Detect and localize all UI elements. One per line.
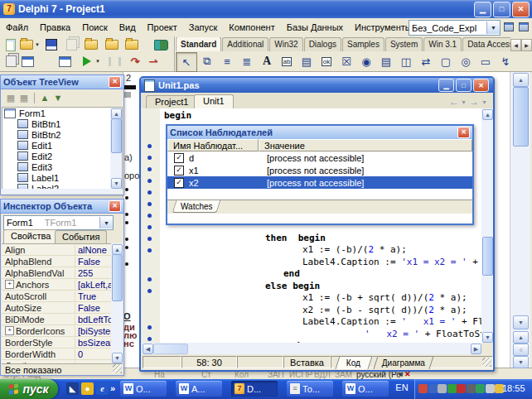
property-value[interactable]: alNone xyxy=(75,245,107,255)
property-value[interactable]: bdLeftToRight xyxy=(75,315,111,324)
editor-scroll-up-button[interactable]: ▲ xyxy=(482,109,493,120)
palette-scroll-right-button[interactable]: ▶ xyxy=(521,39,532,51)
browse-forward-icon[interactable]: → xyxy=(469,96,479,108)
word-browse-select-button[interactable]: ○ xyxy=(513,344,529,356)
remove-file-from-project-button[interactable] xyxy=(123,37,140,52)
tray-icon-4[interactable] xyxy=(447,384,457,393)
button-component[interactable]: ok xyxy=(317,52,336,70)
quick-launch-ie-icon[interactable]: e xyxy=(96,382,109,395)
help-contents-button[interactable] xyxy=(152,37,169,52)
bottom-tab-code[interactable]: Код xyxy=(335,356,372,369)
combobox-component[interactable]: ◫ xyxy=(396,52,416,70)
main-title-bar[interactable]: 7 Delphi 7 - Project1 ▁ □ ✕ xyxy=(0,0,532,18)
editor-scroll-left-button[interactable]: ◀ xyxy=(143,344,153,354)
new-file-button[interactable] xyxy=(2,37,19,52)
editor-horizontal-scrollbar[interactable]: ◀ ▶ xyxy=(142,343,481,354)
property-row[interactable]: BiDiModebdLeftToRight xyxy=(2,314,111,325)
watch-checkbox[interactable]: ✓ xyxy=(174,153,184,163)
dropdown-arrow-icon[interactable]: ▼ xyxy=(35,42,40,47)
cursor-tool[interactable]: ↖ xyxy=(176,52,197,72)
watch-column-name[interactable]: Имя Наблюдат... xyxy=(167,139,259,151)
palette-tab-win-3-1[interactable]: Win 3.1 xyxy=(423,37,462,51)
tree-item-edit3[interactable]: Edit3 xyxy=(2,161,111,172)
editor-scroll-down-button[interactable]: ▼ xyxy=(482,332,493,343)
run-button[interactable] xyxy=(79,54,95,69)
inspector-scroll-thumb[interactable] xyxy=(112,254,123,301)
property-row[interactable]: AutoSizeFalse xyxy=(2,302,111,314)
word-browse-next-button[interactable]: ▼ xyxy=(513,356,529,368)
save-all-button[interactable] xyxy=(63,37,80,52)
tray-icon-3[interactable] xyxy=(438,384,447,393)
word-scroll-down-button[interactable]: ▼ xyxy=(513,315,529,329)
taskbar-button-О[interactable]: WО... xyxy=(120,381,167,397)
tree-root-form1[interactable]: Form1 xyxy=(2,108,111,118)
toggle-form-unit-button[interactable] xyxy=(37,54,54,69)
combo-dropdown-icon[interactable]: ▼ xyxy=(486,22,500,34)
step-over-button[interactable]: ⇀ xyxy=(145,54,162,69)
property-row[interactable]: BorderStylebsSizeable xyxy=(2,337,111,349)
taskbar-clock[interactable]: 18:55 xyxy=(502,383,525,393)
word-scroll-up-button[interactable]: ▲ xyxy=(513,73,529,87)
quick-launch-remote-icon[interactable]: ◣ xyxy=(66,382,79,395)
property-value[interactable]: 255 xyxy=(75,268,93,278)
taskbar-button-То[interactable]: ≡То... xyxy=(287,381,333,397)
quick-launch-update-icon[interactable]: ● xyxy=(81,382,94,395)
tray-icon-8[interactable] xyxy=(486,384,495,393)
maximize-button[interactable]: □ xyxy=(493,2,510,17)
object-tree[interactable]: Form1BitBtn1BitBtn2Edit1Edit2Edit3Label1… xyxy=(2,107,111,190)
menu-item[interactable]: Компонент xyxy=(223,20,280,36)
menu-item[interactable]: Правка xyxy=(34,20,76,36)
mainmenu-component[interactable]: ≡ xyxy=(217,52,237,70)
dropdown-arrow-icon[interactable]: ▼ xyxy=(95,59,100,64)
treeview-title-bar[interactable]: Объект TreeView ✕ xyxy=(1,75,123,89)
tree-item-edit2[interactable]: Edit2 xyxy=(2,151,111,161)
editor-scroll-right-button[interactable]: ▶ xyxy=(471,344,481,354)
memo-component[interactable]: ▤ xyxy=(297,52,317,70)
treeview-new-item-button[interactable]: ▦ xyxy=(4,92,17,104)
watch-row-x2[interactable]: ✓x2[process not accessible] xyxy=(167,176,472,189)
property-value[interactable]: [akLeft,akTop] xyxy=(75,280,111,290)
treeview-hscrollbar[interactable] xyxy=(2,189,122,194)
minimize-button[interactable]: ▁ xyxy=(474,2,491,17)
palette-tab-win32[interactable]: Win32 xyxy=(269,37,302,51)
property-value[interactable]: False xyxy=(75,257,100,267)
tree-item-bitbtn1[interactable]: BitBtn1 xyxy=(2,118,111,129)
menu-item[interactable]: Запуск xyxy=(183,20,223,36)
editor-scroll-thumb[interactable] xyxy=(482,237,493,276)
language-indicator[interactable]: EN xyxy=(393,382,411,396)
editor-hscroll-thumb[interactable] xyxy=(153,344,188,354)
open-file-button[interactable] xyxy=(18,37,35,52)
property-value[interactable]: 0 xyxy=(75,349,83,359)
tray-icon-6[interactable] xyxy=(467,384,476,393)
quick-launch-overflow-chevron[interactable]: » xyxy=(110,383,115,393)
inspector-tab-events[interactable]: События xyxy=(55,230,107,244)
treeview-scroll-thumb[interactable] xyxy=(111,118,122,153)
inspector-scrollbar[interactable]: ▲ ▼ xyxy=(111,243,123,363)
editor-tab-project1[interactable]: Project1 xyxy=(146,95,197,109)
treeview-move-up-button[interactable]: ▲ xyxy=(38,92,51,104)
watch-row-x1[interactable]: ✓x1[process not accessible] xyxy=(167,164,472,176)
view-unit-button[interactable] xyxy=(2,54,19,69)
groupbox-component[interactable]: ▢ xyxy=(436,52,456,70)
start-button[interactable]: пуск xyxy=(0,379,58,399)
watch-title-bar[interactable]: Список Наблюдателей ✕ xyxy=(167,126,472,140)
listbox-component[interactable]: ▤ xyxy=(376,52,396,70)
palette-tab-data-access[interactable]: Data Access xyxy=(462,37,510,51)
menu-item[interactable]: Вид xyxy=(114,20,142,36)
taskbar-button-О[interactable]: WО... xyxy=(342,381,389,397)
word-vertical-scrollbar[interactable]: ▲ ▼ ▲ ○ ▼ xyxy=(510,71,530,368)
property-row[interactable]: +Anchors[akLeft,akTop] xyxy=(2,279,111,291)
palette-tab-samples[interactable]: Samples xyxy=(342,37,384,51)
open-project-button[interactable] xyxy=(83,37,99,52)
menu-item[interactable]: Базы Данных xyxy=(281,20,349,36)
watches-tab[interactable]: Watches xyxy=(172,200,221,213)
watch-column-value[interactable]: Значение xyxy=(259,139,472,151)
property-value[interactable]: bsSizeable xyxy=(75,338,111,348)
property-row[interactable]: AutoScrollTrue xyxy=(2,291,111,302)
treeview-close-icon[interactable]: ✕ xyxy=(109,76,121,88)
editor-maximize-button[interactable]: □ xyxy=(456,79,472,92)
palette-tab-additional[interactable]: Additional xyxy=(222,37,268,51)
property-row[interactable]: AlphaBlendFalse xyxy=(2,256,111,267)
property-row[interactable]: BorderWidth0 xyxy=(2,349,111,360)
tree-item-bitbtn2[interactable]: BitBtn2 xyxy=(2,129,111,140)
